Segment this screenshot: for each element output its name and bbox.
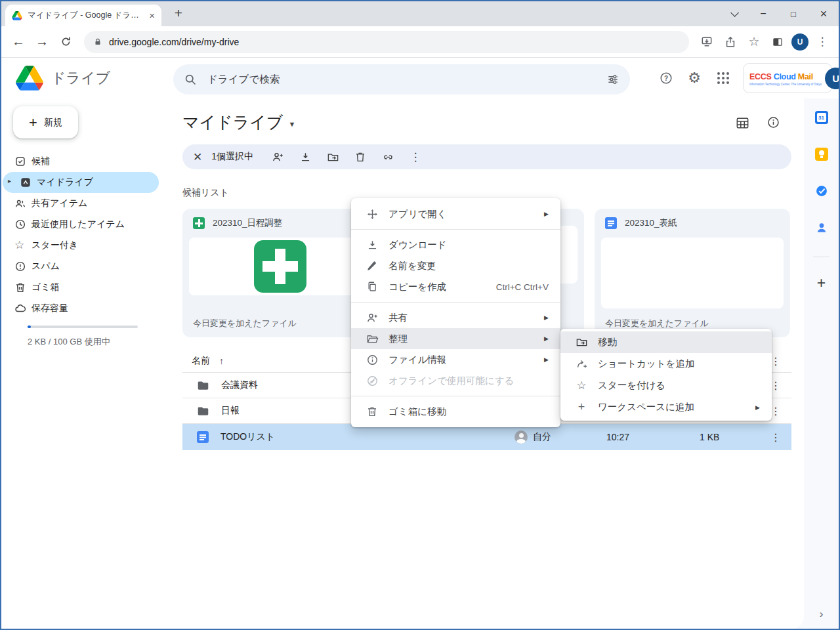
- minimize-button[interactable]: −: [748, 1, 778, 26]
- more-actions-icon[interactable]: ⋮: [402, 146, 429, 167]
- menu-item-make-copy[interactable]: コピーを作成 Ctrl+C Ctrl+V: [351, 276, 560, 297]
- menu-item-open-with[interactable]: アプリで開く ▶: [351, 203, 560, 224]
- file-card-docs[interactable]: 202310_表紙 今日変更を加えたファイル: [595, 209, 790, 337]
- file-row-todo-list[interactable]: TODOリスト 自分 10:27 1 KB ⋮: [182, 424, 791, 450]
- help-icon[interactable]: ?: [656, 68, 677, 89]
- drive-logo-icon[interactable]: [16, 66, 43, 91]
- url-bar[interactable]: drive.google.com/drive/my-drive: [84, 31, 689, 53]
- card-title: 202310_日程調整: [213, 217, 283, 229]
- sort-ascending-icon[interactable]: ↑: [219, 356, 224, 366]
- menu-divider: [351, 229, 560, 230]
- trash-icon: [14, 282, 26, 293]
- get-add-ons-icon[interactable]: +: [817, 274, 826, 292]
- row-more-icon[interactable]: ⋮: [770, 379, 781, 392]
- submenu-item-add-to-workspace[interactable]: + ワークスペースに追加 ▶: [560, 396, 772, 418]
- storage-progressbar: [28, 326, 138, 328]
- card-preview: [601, 238, 784, 308]
- browser-profile-avatar[interactable]: U: [791, 33, 808, 51]
- column-options-icon[interactable]: ⋮: [770, 354, 781, 367]
- menu-item-label: 整理: [388, 333, 544, 345]
- new-tab-button[interactable]: +: [169, 4, 188, 22]
- cloud-icon: [14, 303, 26, 314]
- submenu-item-add-star[interactable]: ☆ スターを付ける: [560, 375, 772, 396]
- browser-tab[interactable]: マイドライブ - Google ドライブ ×: [5, 5, 161, 26]
- star-icon: ☆: [14, 240, 24, 251]
- submenu-item-add-shortcut[interactable]: ショートカットを追加: [560, 353, 772, 375]
- sidebar-item-label: スター付き: [32, 240, 78, 251]
- reload-icon[interactable]: [55, 32, 76, 52]
- new-button[interactable]: + 新規: [13, 106, 78, 138]
- menu-item-file-info[interactable]: ファイル情報 ▶: [351, 349, 560, 370]
- menu-item-label: スターを付ける: [598, 379, 760, 392]
- side-panel-icon[interactable]: [768, 32, 788, 52]
- file-card-sheets[interactable]: 202310_日程調整 今日変更を加えたファイル: [182, 209, 378, 337]
- trash-icon[interactable]: [346, 146, 374, 167]
- maximize-button[interactable]: □: [778, 1, 808, 26]
- details-info-icon[interactable]: [766, 116, 782, 131]
- tasks-icon[interactable]: [815, 184, 828, 198]
- clear-selection-icon[interactable]: ✕: [193, 150, 202, 164]
- file-name: 日報: [221, 405, 240, 417]
- name-column-header[interactable]: 名前: [192, 355, 210, 367]
- apps-grid-icon[interactable]: [713, 68, 734, 89]
- sidebar-item-suggestions[interactable]: 候補: [1, 151, 159, 172]
- card-caption: 今日変更を加えたファイル: [605, 318, 709, 329]
- tab-search-icon[interactable]: [718, 1, 748, 26]
- info-icon: [366, 354, 379, 366]
- sidebar-item-shared[interactable]: 共有アイテム: [1, 193, 159, 214]
- back-icon[interactable]: ←: [8, 32, 29, 52]
- selection-count: 1個選択中: [211, 151, 253, 163]
- submenu-item-move[interactable]: 移動: [560, 331, 772, 353]
- menu-item-organize[interactable]: 整理 ▶: [351, 328, 560, 349]
- menu-item-label: ゴミ箱に移動: [388, 406, 549, 418]
- submenu-arrow-icon: ▶: [755, 404, 760, 411]
- download-icon[interactable]: [291, 146, 319, 167]
- forward-icon[interactable]: →: [32, 32, 52, 52]
- grid-view-icon[interactable]: [735, 116, 751, 131]
- contacts-icon[interactable]: [815, 221, 828, 234]
- page-title[interactable]: マイドライブ ▼: [182, 112, 295, 133]
- link-icon[interactable]: [374, 146, 402, 167]
- sidebar-item-starred[interactable]: ☆ スター付き: [1, 235, 159, 256]
- sheets-preview-icon: [254, 240, 306, 293]
- close-button[interactable]: ×: [808, 1, 839, 26]
- browser-toolbar: ← → drive.google.com/drive/my-drive ☆ U …: [1, 26, 839, 58]
- menu-item-rename[interactable]: 名前を変更: [351, 255, 560, 276]
- browser-menu-icon[interactable]: ⋮: [812, 32, 832, 52]
- menu-item-share[interactable]: 共有 ▶: [351, 307, 560, 328]
- organize-submenu: 移動 ショートカットを追加 ☆ スターを付ける + ワークスペースに追加 ▶: [560, 329, 772, 421]
- row-more-icon[interactable]: ⋮: [770, 405, 781, 417]
- sidebar-item-my-drive[interactable]: ▸ マイドライブ: [3, 172, 159, 193]
- menu-item-move-to-trash[interactable]: ゴミ箱に移動: [351, 401, 560, 422]
- share-icon[interactable]: [721, 32, 740, 52]
- sidebar-item-recent[interactable]: 最近使用したアイテム: [1, 214, 159, 235]
- sidebar-item-trash[interactable]: ゴミ箱: [1, 277, 159, 298]
- clock-icon: [14, 219, 26, 230]
- keep-icon[interactable]: [815, 148, 828, 161]
- add-shortcut-icon: [575, 358, 588, 370]
- bookmark-star-icon[interactable]: ☆: [744, 32, 764, 52]
- calendar-icon[interactable]: 31: [815, 111, 828, 124]
- menu-item-label: アプリで開く: [388, 208, 544, 220]
- menu-item-label: 共有: [388, 312, 544, 324]
- search-options-icon[interactable]: [606, 73, 620, 86]
- sidebar-item-label: 共有アイテム: [32, 198, 87, 209]
- sidebar-item-spam[interactable]: スパム: [1, 256, 159, 277]
- tab-close-icon[interactable]: ×: [149, 10, 155, 21]
- gear-icon[interactable]: ⚙: [684, 68, 705, 89]
- menu-divider: [351, 396, 560, 396]
- sidebar-item-label: マイドライブ: [37, 177, 93, 188]
- expand-caret-icon[interactable]: ▸: [8, 177, 11, 184]
- save-page-icon[interactable]: [697, 32, 717, 52]
- sidebar-nav: 候補 ▸ マイドライブ 共有アイテム 最近使用したアイテム ☆ スター付き: [1, 151, 169, 319]
- share-person-add-icon[interactable]: [264, 146, 291, 167]
- search-input[interactable]: ドライブで検索: [173, 64, 630, 94]
- move-to-folder-icon[interactable]: [319, 146, 346, 167]
- row-more-icon[interactable]: ⋮: [770, 431, 781, 444]
- side-panel-rail: 31 + ›: [804, 98, 839, 629]
- eccs-badge[interactable]: ECCS Cloud Mail Information Technology C…: [743, 63, 832, 93]
- menu-item-download[interactable]: ダウンロード: [351, 234, 560, 255]
- account-avatar[interactable]: U: [825, 68, 840, 89]
- collapse-panel-icon[interactable]: ›: [820, 608, 824, 621]
- sidebar-item-storage[interactable]: 保存容量: [1, 298, 159, 319]
